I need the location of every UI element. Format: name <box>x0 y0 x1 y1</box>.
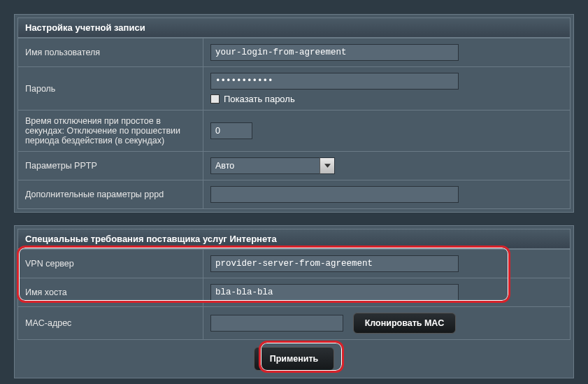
isp-requirements-table: VPN сервер Имя хоста MAC-адрес Клонирова… <box>17 249 571 340</box>
password-label: Пароль <box>18 67 203 111</box>
idle-timeout-label: Время отключения при простое в секундах:… <box>18 111 203 152</box>
account-settings-panel: Настройка учетной записи Имя пользовател… <box>14 14 574 213</box>
pppd-options-label: Дополнительные параметры pppd <box>18 180 203 209</box>
vpn-server-label: VPN сервер <box>18 250 203 278</box>
clone-mac-button[interactable]: Клонировать MAC <box>353 313 457 334</box>
isp-requirements-header: Специальные требования поставщика услуг … <box>17 229 571 249</box>
vpn-server-input[interactable] <box>210 255 459 272</box>
show-password-label: Показать пароль <box>224 94 295 104</box>
show-password-checkbox[interactable] <box>210 94 220 104</box>
isp-requirements-panel: Специальные требования поставщика услуг … <box>14 225 574 378</box>
pptp-options-label: Параметры PPTP <box>18 152 203 180</box>
mac-address-label: MAC-адрес <box>18 307 203 340</box>
hostname-label: Имя хоста <box>18 278 203 307</box>
mac-address-input[interactable] <box>210 315 343 332</box>
pptp-options-select[interactable]: Авто <box>210 157 335 174</box>
username-input[interactable] <box>210 44 459 61</box>
pppd-options-input[interactable] <box>210 186 459 203</box>
chevron-down-icon[interactable] <box>320 157 335 174</box>
account-settings-table: Имя пользователя Пароль Показать пароль … <box>17 38 571 209</box>
idle-timeout-input[interactable] <box>210 122 252 139</box>
password-input[interactable] <box>210 73 459 90</box>
apply-button[interactable]: Применить <box>254 347 335 371</box>
hostname-input[interactable] <box>210 284 459 301</box>
pptp-options-value: Авто <box>210 157 335 174</box>
username-label: Имя пользователя <box>18 38 203 67</box>
svg-marker-0 <box>324 164 331 167</box>
account-settings-header: Настройка учетной записи <box>17 17 571 38</box>
